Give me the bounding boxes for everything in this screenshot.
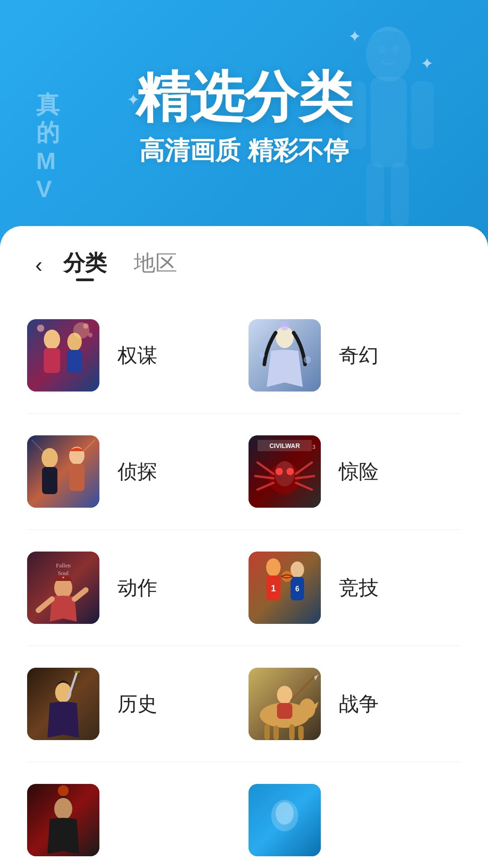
tab-fenlei[interactable]: 分类 [63,249,107,281]
hero-title-block: 精选分类 高清画质 精彩不停 [136,67,352,168]
svg-text:Fallen: Fallen [56,562,71,569]
category-thumb-quanmou [27,319,99,392]
hero-sub-title: 高清画质 精彩不停 [136,134,352,168]
svg-point-16 [73,322,89,339]
category-row-5 [27,773,461,867]
category-item-dongzuo[interactable]: Fallen Soul 动作 [27,541,239,635]
category-thumb-qihuan [249,319,321,392]
category-item-bottom1[interactable] [27,773,239,867]
thumb-art-zhanzhen [249,668,321,740]
divider-4 [27,762,461,762]
thumb-art-jingxian: CIVILWAR 3 [249,435,321,508]
divider-1 [27,413,461,414]
hero-section: ✦ ✦ ✦ 真 的 M V 精选分类 高清画质 精彩不停 [0,0,488,253]
tab-items: 分类 地区 [63,249,177,281]
svg-rect-64 [273,726,279,740]
svg-point-68 [277,686,292,704]
svg-text:1: 1 [271,583,276,593]
thumb-art-bottom1 [27,784,99,856]
category-item-bottom2[interactable] [249,773,461,867]
category-thumb-lishi [27,668,99,740]
category-item-zhentan[interactable]: 侦探 [27,425,239,519]
svg-point-13 [37,325,44,332]
category-label-zhanzhen: 战争 [339,691,379,717]
svg-rect-1 [371,77,407,167]
svg-point-41 [276,468,283,475]
svg-rect-65 [289,724,295,740]
category-item-zhanzhen[interactable]: 战争 [249,657,461,751]
category-row-1: 权谋 [27,308,461,402]
content-card: ‹ 分类 地区 [0,226,488,868]
svg-point-7 [392,45,399,54]
svg-point-20 [259,353,265,358]
svg-rect-10 [44,348,60,373]
category-item-jingxian[interactable]: CIVILWAR 3 [249,425,461,519]
svg-text:CIVILWAR: CIVILWAR [269,442,300,449]
category-thumb-zhanzhen [249,668,321,740]
category-row-4: 历史 [27,657,461,751]
svg-rect-26 [69,464,84,491]
back-icon: ‹ [35,254,42,276]
svg-text:3: 3 [312,444,315,450]
svg-point-42 [286,468,294,475]
category-thumb-bottom1 [27,784,99,856]
thumb-art-lishi [27,668,99,740]
divider-2 [27,529,461,530]
category-label-jingji: 竞技 [339,575,379,601]
svg-point-0 [366,27,411,81]
svg-rect-12 [67,350,82,373]
svg-rect-49 [249,552,321,624]
category-label-dongzuo: 动作 [117,575,157,601]
svg-text:Soul: Soul [58,570,69,576]
category-thumb-jingxian: CIVILWAR 3 [249,435,321,508]
svg-rect-4 [366,163,384,226]
thumb-art-jingji: 1 6 [249,552,321,624]
thumb-art-quanmou [27,319,99,392]
hero-main-title: 精选分类 [136,67,352,127]
thumb-art-dongzuo: Fallen Soul [27,552,99,624]
svg-rect-69 [277,703,292,719]
category-thumb-jingji: 1 6 [249,552,321,624]
svg-point-23 [42,448,58,468]
thumb-art-bottom2 [249,784,321,856]
category-label-qihuan: 奇幻 [339,342,379,369]
thumb-art-qihuan [249,319,321,392]
svg-point-9 [44,330,60,349]
svg-point-19 [280,321,289,330]
svg-point-53 [291,561,304,578]
category-row-3: Fallen Soul 动作 [27,541,461,635]
back-button[interactable]: ‹ [27,251,54,278]
svg-point-21 [304,356,311,363]
category-item-quanmou[interactable]: 权谋 [27,308,239,402]
svg-point-50 [266,558,281,576]
svg-rect-60 [75,671,80,673]
category-item-lishi[interactable]: 历史 [27,657,239,751]
category-row-2: 侦探 CIVI [27,425,461,519]
hero-decor-text: 真 的 M V [36,90,60,203]
category-thumb-bottom2 [249,784,321,856]
category-label-lishi: 历史 [117,691,157,717]
tab-bar: ‹ 分类 地区 [27,226,461,299]
svg-point-67 [299,698,315,718]
svg-rect-63 [264,724,270,740]
thumb-art-zhentan [27,435,99,508]
category-thumb-dongzuo: Fallen Soul [27,552,99,624]
svg-rect-66 [298,726,304,740]
svg-point-6 [378,45,385,54]
category-label-jingxian: 惊险 [339,458,379,485]
category-label-quanmou: 权谋 [117,342,157,369]
svg-point-56 [282,571,292,582]
tab-diqu[interactable]: 地区 [134,249,177,281]
svg-point-74 [58,785,69,796]
category-grid: 权谋 [27,308,461,867]
svg-rect-5 [391,163,409,226]
divider-3 [27,646,461,646]
svg-text:6: 6 [296,585,300,593]
category-item-qihuan[interactable]: 奇幻 [249,308,461,402]
category-label-zhentan: 侦探 [117,458,157,485]
svg-point-73 [54,798,72,820]
category-item-jingji[interactable]: 1 6 竞技 [249,541,461,635]
svg-rect-3 [411,81,434,149]
svg-rect-24 [42,467,57,494]
svg-point-77 [276,802,294,825]
